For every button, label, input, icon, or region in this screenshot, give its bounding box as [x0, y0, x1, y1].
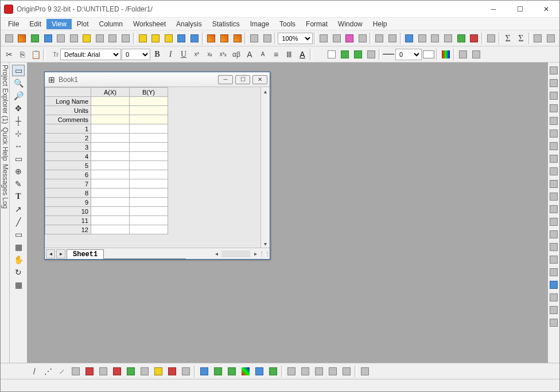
cell[interactable] [130, 161, 168, 170]
scroll-left-icon[interactable]: ◂ [212, 250, 220, 258]
save-button[interactable] [175, 32, 188, 45]
sigma-button[interactable]: Σ [501, 32, 514, 45]
rt21[interactable] [547, 317, 560, 328]
sigma2-button[interactable]: Σ [515, 32, 527, 45]
subscript-button[interactable]: x₂ [204, 48, 216, 61]
slide-button[interactable] [343, 32, 356, 45]
region-tool[interactable]: ▦ [12, 241, 25, 253]
cell[interactable] [91, 207, 130, 216]
row-header[interactable]: 10 [45, 207, 91, 216]
double-y-button[interactable] [138, 365, 151, 378]
cell[interactable] [130, 106, 168, 115]
cell[interactable] [130, 198, 168, 207]
resize-handle-icon[interactable]: ⋮⋮ [260, 250, 269, 258]
line-style-button[interactable] [382, 48, 395, 61]
row-header[interactable]: 12 [45, 225, 91, 234]
draw-tool[interactable]: ✎ [12, 178, 25, 190]
underline-button[interactable]: U [177, 48, 190, 61]
3d-3-button[interactable] [225, 365, 238, 378]
decrease-font-button[interactable]: A [256, 48, 269, 61]
row-header[interactable]: 9 [45, 198, 91, 207]
tb-extra1[interactable] [429, 32, 442, 45]
cell[interactable] [91, 115, 130, 124]
menu-statistics[interactable]: Statistics [207, 19, 245, 29]
align2-button[interactable]: Ⅲ [283, 48, 295, 61]
cell[interactable] [91, 225, 130, 234]
menu-worksheet[interactable]: Worksheet [128, 19, 171, 29]
cell[interactable] [91, 97, 130, 106]
tb-extra2[interactable] [442, 32, 454, 45]
align-button[interactable]: ≡ [270, 48, 282, 61]
pan-tool[interactable]: ✋ [12, 254, 25, 265]
zoom-in-tool[interactable]: 🔍 [12, 77, 25, 89]
font-color-button[interactable]: A [296, 48, 309, 61]
stack-plot-button[interactable] [125, 365, 137, 378]
cell[interactable] [130, 97, 168, 106]
cell[interactable] [91, 124, 130, 134]
box-plot-button[interactable] [152, 365, 165, 378]
rt19[interactable] [547, 292, 560, 303]
superscript-button[interactable]: x² [190, 48, 203, 61]
row-header[interactable]: 7 [45, 179, 91, 189]
menu-format[interactable]: Format [301, 19, 333, 29]
line-preview[interactable] [422, 48, 435, 61]
scatter-plot-button[interactable]: ⋰ [42, 365, 55, 378]
workbook-window[interactable]: ⊞ Book1 ─ ☐ ✕ A(X) B(Y) Long [44, 72, 270, 260]
increase-font-button[interactable]: A [243, 48, 256, 61]
zoom-select[interactable]: 100% [278, 33, 313, 44]
new-function-button[interactable] [94, 32, 106, 45]
scroll-up-icon[interactable]: ▴ [261, 87, 270, 95]
rt16[interactable] [547, 254, 560, 265]
row-header[interactable]: 11 [45, 216, 91, 225]
cell[interactable] [91, 198, 130, 207]
rescale-tool[interactable]: ✥ [12, 103, 25, 114]
cell[interactable] [130, 134, 168, 143]
workbook-maximize[interactable]: ☐ [235, 75, 250, 84]
scroll-right-icon[interactable]: ▸ [251, 250, 259, 258]
rt9[interactable] [547, 166, 560, 177]
new-project-button[interactable] [3, 32, 15, 45]
line-width-select[interactable]: 0 [395, 49, 422, 60]
workbook-titlebar[interactable]: ⊞ Book1 ─ ☐ ✕ [45, 72, 270, 87]
cell[interactable] [130, 152, 168, 161]
open-button[interactable] [137, 32, 149, 45]
maximize-button[interactable]: ☐ [507, 1, 533, 18]
cell[interactable] [91, 189, 130, 198]
cell[interactable] [91, 134, 130, 143]
batch-button[interactable] [248, 32, 260, 45]
code-builder-button[interactable] [403, 32, 416, 45]
new-graph-button[interactable] [42, 32, 55, 45]
rt2[interactable] [547, 77, 560, 89]
selection-tool[interactable]: ▭ [12, 153, 25, 164]
sheet-nav-left[interactable]: ◂ [46, 249, 55, 258]
bar-plot-button[interactable] [83, 365, 96, 378]
cell[interactable] [91, 106, 130, 115]
row-header[interactable]: 8 [45, 189, 91, 198]
transfer-button[interactable] [485, 32, 497, 45]
data-reader-tool[interactable]: ⊹ [12, 128, 25, 139]
lock-tool[interactable]: ▦ [12, 279, 25, 291]
area-plot-button[interactable] [97, 365, 110, 378]
cell[interactable] [91, 143, 130, 152]
cell[interactable] [91, 152, 130, 161]
new-3d-button[interactable] [119, 32, 132, 45]
workbook-minimize[interactable]: ─ [218, 75, 233, 84]
menu-view[interactable]: View [46, 19, 72, 29]
save-template-button[interactable] [188, 32, 201, 45]
template-1-button[interactable] [285, 365, 298, 378]
rect-tool[interactable]: ▭ [12, 229, 25, 240]
3d-5-button[interactable] [253, 365, 266, 378]
import-multi-button[interactable] [231, 32, 244, 45]
row-units[interactable]: Units [45, 106, 91, 115]
paste-button[interactable]: 📋 [29, 48, 42, 61]
new-matrix-button[interactable] [55, 32, 67, 45]
cell[interactable] [130, 170, 168, 179]
column-header-b[interactable]: B(Y) [130, 88, 168, 97]
digitize-button[interactable] [416, 32, 429, 45]
stock-plot-button[interactable] [180, 365, 192, 378]
fill2-button[interactable] [352, 48, 364, 61]
template-2-button[interactable] [299, 365, 312, 378]
tb-end1[interactable] [532, 32, 545, 45]
sheet-tab[interactable]: Sheet1 [67, 249, 104, 259]
menu-column[interactable]: Column [94, 19, 128, 29]
